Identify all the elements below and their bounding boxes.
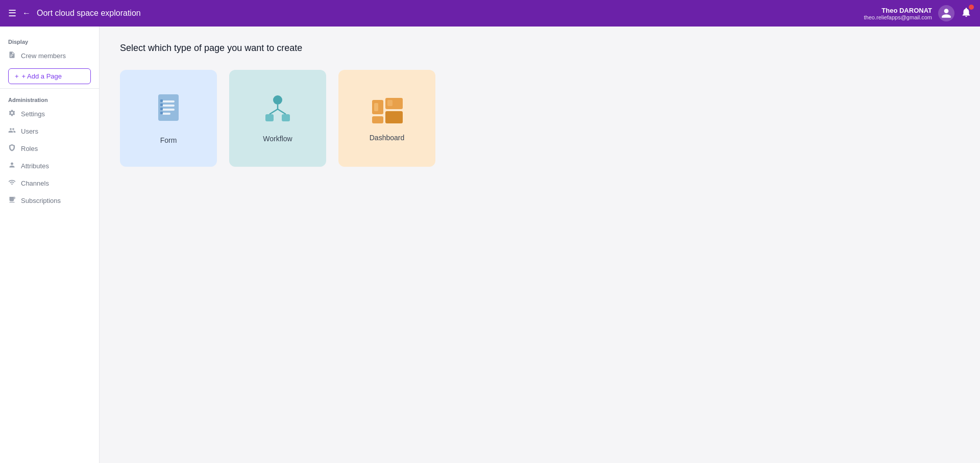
svg-rect-14 [265,114,274,121]
header-left: ☰ ← Oort cloud space exploration [8,8,141,19]
add-page-icon: + [15,72,19,80]
sidebar-item-subscriptions[interactable]: Subscriptions [0,192,99,209]
sidebar-item-users[interactable]: Users [0,122,99,140]
svg-rect-19 [385,111,403,123]
display-section-label: Display [0,35,99,47]
svg-rect-15 [282,114,290,121]
user-info: Theo DARONAT theo.reliefapps@gmail.com [864,7,932,20]
sidebar-item-crew-members[interactable]: Crew members [0,47,99,64]
workflow-icon [261,94,294,126]
svg-rect-4 [162,109,175,111]
workflow-card[interactable]: Workflow [229,70,326,167]
svg-rect-3 [162,105,175,107]
form-card-label: Form [160,136,177,144]
notification-badge [969,5,974,10]
sidebar-divider [0,88,99,89]
channels-label: Channels [21,179,49,187]
channels-icon [8,178,16,188]
header-right: Theo DARONAT theo.reliefapps@gmail.com [864,5,972,21]
main-layout: Display Crew members + + Add a Page Admi… [0,27,980,463]
main-content: Select which type of page you want to cr… [100,27,980,463]
svg-rect-6 [160,99,163,102]
subscriptions-label: Subscriptions [21,197,61,204]
bell-icon[interactable] [961,7,972,20]
dashboard-icon [369,95,405,125]
svg-rect-7 [160,104,163,106]
crew-members-label: Crew members [21,52,66,60]
app-title: Oort cloud space exploration [37,9,141,18]
crew-members-icon [8,51,16,60]
svg-rect-9 [160,112,163,114]
workflow-card-label: Workflow [263,135,292,143]
svg-rect-20 [374,103,378,111]
sidebar-item-roles[interactable]: Roles [0,140,99,157]
svg-line-12 [270,109,278,114]
subscriptions-icon [8,196,16,205]
sidebar-item-settings[interactable]: Settings [0,105,99,122]
add-page-label: + Add a Page [22,72,62,80]
dashboard-card-label: Dashboard [370,134,405,142]
dashboard-card[interactable]: Dashboard [338,70,435,167]
user-name: Theo DARONAT [864,7,932,14]
page-title: Select which type of page you want to cr… [120,43,960,54]
svg-rect-17 [372,116,383,123]
administration-section-label: Administration [0,93,99,105]
attributes-label: Attributes [21,162,49,170]
user-email: theo.reliefapps@gmail.com [864,14,932,20]
svg-rect-8 [160,108,163,110]
add-page-button[interactable]: + + Add a Page [8,68,91,84]
form-icon [152,92,185,128]
app-header: ☰ ← Oort cloud space exploration Theo DA… [0,0,980,27]
svg-line-13 [278,109,286,114]
back-icon[interactable]: ← [22,9,31,18]
svg-rect-2 [162,100,175,102]
svg-rect-5 [162,113,170,115]
settings-icon [8,109,16,118]
sidebar-item-channels[interactable]: Channels [0,174,99,192]
sidebar: Display Crew members + + Add a Page Admi… [0,27,100,463]
avatar-icon[interactable] [938,5,954,21]
sidebar-item-attributes[interactable]: Attributes [0,157,99,174]
svg-rect-21 [387,100,393,106]
roles-icon [8,144,16,153]
attributes-icon [8,161,16,170]
users-label: Users [21,127,38,135]
settings-label: Settings [21,110,45,118]
card-grid: Form [120,70,960,167]
form-card[interactable]: Form [120,70,217,167]
users-icon [8,126,16,136]
roles-label: Roles [21,145,38,152]
hamburger-icon[interactable]: ☰ [8,8,16,19]
svg-point-10 [273,95,282,105]
